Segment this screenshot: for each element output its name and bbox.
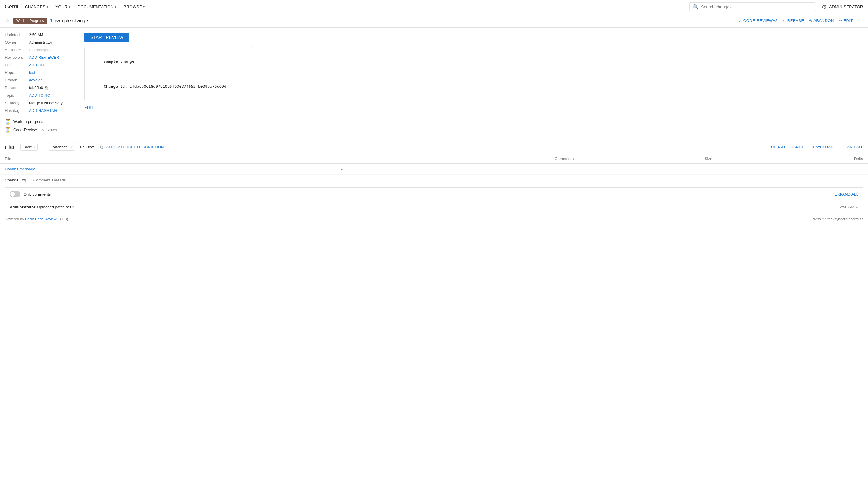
edit-button[interactable]: ✏ EDIT — [839, 18, 853, 23]
more-options-icon[interactable]: ⋮ — [858, 17, 863, 24]
user-name[interactable]: ADMINISTRATOR — [829, 4, 863, 9]
strategy-label: Strategy — [5, 101, 29, 105]
metadata-panel: Updated 2:50 AM Owner Administrator Assi… — [5, 33, 77, 135]
patchset-selector[interactable]: Patchset 1 ▾ — [49, 143, 75, 151]
files-section: Files Base ▾ → Patchset 1 ▾ 0b382a9 ⎘ AD… — [0, 140, 868, 174]
code-review-button[interactable]: ✓ CODE-REVIEW+2 — [739, 18, 778, 23]
wip-score-icon: ⏳ — [5, 119, 11, 124]
assignee-row: Assignee Set assignee... — [5, 48, 77, 52]
add-patchset-description-button[interactable]: ADD PATCHSET DESCRIPTION — [106, 145, 164, 149]
branch-label: Branch — [5, 78, 29, 82]
updated-row: Updated 2:50 AM — [5, 33, 77, 37]
gerrit-logo[interactable]: Gerrit — [5, 4, 18, 10]
nav-item-changes[interactable]: CHANGES ▾ — [22, 0, 51, 14]
only-comments-toggle[interactable] — [10, 191, 20, 197]
file-size — [578, 164, 717, 174]
search-box[interactable]: 🔍 — [689, 2, 816, 11]
branch-row: Branch develop — [5, 78, 77, 82]
cc-label: CC — [5, 63, 29, 67]
nav-item-your[interactable]: YOUR ▾ — [52, 0, 73, 14]
nav-label-changes: CHANGES — [25, 4, 46, 9]
code-review-label: CODE-REVIEW+2 — [743, 18, 778, 23]
change-number[interactable]: 1 — [50, 18, 53, 23]
log-user: Administrator — [10, 205, 35, 209]
files-header: Files Base ▾ → Patchset 1 ▾ 0b382a9 ⎘ AD… — [0, 140, 868, 154]
add-reviewer-button[interactable]: ADD REVIEWER — [29, 55, 59, 60]
hashtags-row: Hashtags ADD HASHTAG — [5, 108, 77, 113]
add-hashtag-button[interactable]: ADD HASHTAG — [29, 108, 57, 113]
update-change-button[interactable]: UPDATE CHANGE — [771, 145, 804, 149]
expand-all-log-button[interactable]: EXPAND ALL — [835, 192, 858, 197]
nav-label-your: YOUR — [55, 4, 68, 9]
file-expand-icon[interactable]: ⌄ — [341, 167, 344, 171]
add-cc-button[interactable]: ADD CC — [29, 63, 44, 67]
owner-row: Owner Administrator — [5, 40, 77, 45]
download-button[interactable]: DOWNLOAD — [811, 145, 834, 149]
file-delta — [717, 164, 868, 174]
only-comments-label: Only comments — [23, 192, 51, 197]
gear-icon[interactable]: ⚙ — [822, 4, 827, 10]
footer-powered-by: Powered by Gerrit Code Review (3.1.3) — [5, 217, 68, 221]
assignee-label: Assignee — [5, 48, 29, 52]
file-col-header: File — [0, 154, 349, 164]
wip-badge: Work in Progress — [13, 18, 47, 24]
add-topic-button[interactable]: ADD TOPIC — [29, 93, 50, 98]
tab-comment-threads[interactable]: Comment Threads — [33, 178, 66, 184]
strategy-row: Strategy Merge if Necessary — [5, 101, 77, 105]
tab-change-log[interactable]: Change Log — [5, 178, 26, 184]
edit-commit-message-link[interactable]: EDIT — [84, 105, 93, 110]
repo-link[interactable]: test — [29, 70, 35, 75]
change-log-section: Change Log Comment Threads Only comments… — [0, 174, 868, 213]
log-message: Uploaded patch set 1. — [37, 205, 840, 209]
nav-item-browse[interactable]: BROWSE ▾ — [121, 0, 148, 14]
hashtags-label: Hashtags — [5, 108, 29, 113]
branch-link[interactable]: develop — [29, 78, 43, 82]
file-comments — [349, 164, 578, 174]
patchset-label: Patchset 1 — [52, 145, 70, 149]
scores-section: ⏳ Work-in-progress ⏳ Code-Review No vote… — [5, 119, 77, 133]
rebase-label: REBASE — [787, 18, 804, 23]
topic-row: Topic ADD TOPIC — [5, 93, 77, 98]
expand-all-files-button[interactable]: EXPAND ALL — [839, 145, 863, 149]
page-footer: Powered by Gerrit Code Review (3.1.3) Pr… — [0, 213, 868, 225]
log-time-value: 2:50 AM — [840, 205, 854, 209]
search-input[interactable] — [701, 4, 813, 9]
patchset-hash: 0b382a9 — [80, 145, 96, 149]
nav-item-documentation[interactable]: DOCUMENTATION ▾ — [74, 0, 119, 14]
star-icon[interactable]: ☆ — [5, 17, 10, 24]
commit-message-file-link[interactable]: Commit message — [5, 167, 35, 171]
copy-hash-icon[interactable]: ⎘ — [100, 145, 103, 149]
abandon-label: ABANDON — [813, 18, 834, 23]
wip-score-label: Work-in-progress — [13, 119, 43, 124]
chevron-down-icon: ▾ — [47, 5, 49, 8]
base-selector[interactable]: Base ▾ — [20, 143, 38, 151]
footer-gerrit-link[interactable]: Gerrit Code Review — [25, 217, 57, 221]
copy-icon[interactable]: ⎘ — [45, 85, 47, 90]
start-review-button[interactable]: START REVIEW — [84, 33, 129, 42]
top-navigation: Gerrit CHANGES ▾ YOUR ▾ DOCUMENTATION ▾ … — [0, 0, 868, 14]
arrow-icon: → — [41, 145, 45, 149]
log-expand-icon[interactable]: ⌄ — [855, 205, 858, 209]
files-header-actions: UPDATE CHANGE DOWNLOAD EXPAND ALL — [771, 145, 863, 149]
settings-area: ⚙ ADMINISTRATOR — [822, 4, 863, 10]
cr-score-icon: ⏳ — [5, 127, 11, 133]
footer-shortcuts: Press "?" for keyboard shortcuts — [812, 217, 863, 221]
log-time: 2:50 AM ⌄ — [840, 205, 858, 209]
nav-label-browse: BROWSE — [124, 4, 142, 9]
work-in-progress-score: ⏳ Work-in-progress — [5, 119, 77, 124]
abandon-button[interactable]: ⊘ ABANDON — [809, 18, 834, 23]
change-log-tabs: Change Log Comment Threads — [5, 175, 863, 188]
parent-row: Parent feb95b8 ⎘ — [5, 85, 77, 90]
rebase-icon: ⇄ — [782, 18, 786, 23]
assignee-placeholder[interactable]: Set assignee... — [29, 48, 55, 52]
footer-powered-by-text: Powered by — [5, 217, 25, 221]
nav-label-documentation: DOCUMENTATION — [77, 4, 113, 9]
updated-value: 2:50 AM — [29, 33, 44, 37]
rebase-button[interactable]: ⇄ REBASE — [782, 18, 804, 23]
header-actions: ✓ CODE-REVIEW+2 ⇄ REBASE ⊘ ABANDON ✏ EDI… — [739, 17, 863, 24]
comments-col-header: Comments — [349, 154, 578, 164]
edit-icon: ✏ — [839, 18, 843, 23]
cr-score-label: Code-Review — [13, 127, 37, 132]
check-icon: ✓ — [739, 18, 742, 23]
updated-label: Updated — [5, 33, 29, 37]
